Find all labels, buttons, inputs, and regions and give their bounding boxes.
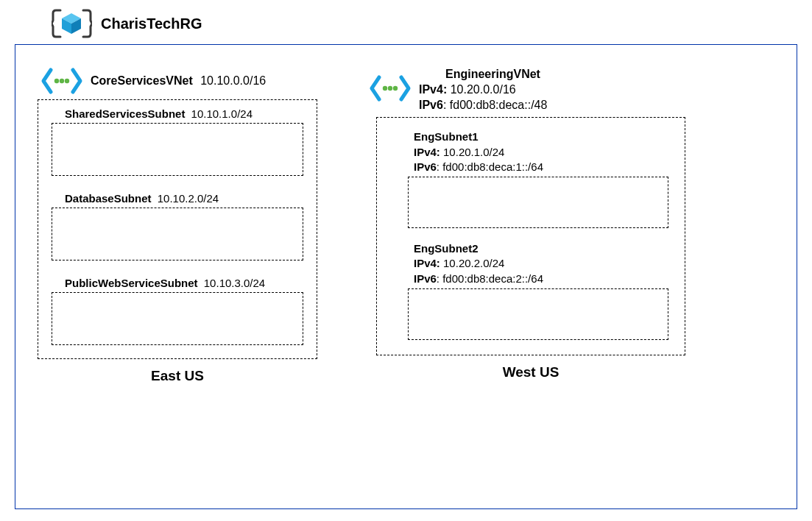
subnet-web-name: PublicWebServiceSubnet [65, 277, 198, 289]
vnet-eng-ipv4-label: IPv4: [419, 83, 447, 96]
vnet-core-name: CoreServicesVNet [91, 74, 193, 87]
subnet-eng2-ipv6: : fd00:db8:deca:2::/64 [437, 272, 543, 285]
resource-group-icon [52, 7, 92, 40]
subnet-eng1-ipv4-label: IPv4: [414, 146, 440, 158]
vnet-core-header: CoreServicesVNet 10.10.0.0/16 [40, 67, 266, 95]
subnet-eng2-ipv4-label: IPv4: [414, 257, 440, 269]
subnet-db-box [52, 208, 303, 260]
subnet-eng1-ipv6: : fd00:db8:deca:1::/64 [437, 160, 543, 173]
vnet-core-box: SharedServicesSubnet 10.10.1.0/24 Databa… [38, 99, 317, 359]
svg-point-8 [393, 86, 398, 91]
subnet-shared: SharedServicesSubnet 10.10.1.0/24 [52, 107, 303, 176]
vnet-eng-name: EngineeringVNet [419, 67, 547, 82]
subnet-eng1-ipv6-label: IPv6 [414, 160, 437, 173]
vnet-eng-ipv6-label: IPv6 [419, 99, 443, 111]
vnet-eng-ipv4: 10.20.0.0/16 [451, 83, 516, 96]
subnet-db-cidr: 10.10.2.0/24 [158, 192, 219, 205]
vnet-core-column: CoreServicesVNet 10.10.0.0/16 SharedServ… [38, 67, 317, 384]
resource-group-box: CoreServicesVNet 10.10.0.0/16 SharedServ… [15, 44, 797, 509]
vnet-icon [369, 74, 412, 102]
vnet-eng-box: EngSubnet1 IPv4: 10.20.1.0/24 IPv6: fd00… [376, 117, 685, 355]
vnet-core-title-line: CoreServicesVNet 10.10.0.0/16 [91, 74, 266, 88]
subnet-eng1-ipv4: 10.20.1.0/24 [443, 146, 504, 158]
subnet-db-name: DatabaseSubnet [65, 192, 152, 205]
svg-point-3 [54, 79, 59, 83]
subnet-web-box [52, 292, 303, 345]
subnet-eng2-box [408, 288, 668, 340]
subnet-eng2-ipv6-label: IPv6 [414, 272, 437, 285]
subnet-eng1-name: EngSubnet1 [414, 130, 668, 144]
subnet-eng2: EngSubnet2 IPv4: 10.20.2.0/24 IPv6: fd00… [393, 241, 668, 340]
subnet-shared-name: SharedServicesSubnet [65, 107, 185, 120]
resource-group-name: CharisTechRG [101, 15, 202, 32]
vnet-eng-column: EngineeringVNet IPv4: 10.20.0.0/16 IPv6:… [376, 67, 685, 380]
vnet-icon [40, 67, 83, 95]
svg-point-4 [60, 79, 64, 83]
subnet-web: PublicWebServiceSubnet 10.10.3.0/24 [52, 277, 303, 345]
subnet-shared-cidr: 10.10.1.0/24 [191, 107, 253, 120]
subnet-shared-label: SharedServicesSubnet 10.10.1.0/24 [52, 107, 303, 123]
subnet-db: DatabaseSubnet 10.10.2.0/24 [52, 192, 303, 260]
subnet-eng2-label: EngSubnet2 IPv4: 10.20.2.0/24 IPv6: fd00… [393, 241, 668, 288]
vnet-core-cidr: 10.10.0.0/16 [200, 74, 266, 87]
subnet-db-label: DatabaseSubnet 10.10.2.0/24 [52, 192, 303, 208]
svg-point-7 [388, 86, 392, 91]
region-core: East US [151, 368, 204, 384]
vnet-eng-ipv6: : fd00:db8:deca::/48 [443, 99, 547, 111]
subnet-eng2-ipv4: 10.20.2.0/24 [443, 257, 504, 269]
subnet-eng1: EngSubnet1 IPv4: 10.20.1.0/24 IPv6: fd00… [393, 130, 668, 228]
resource-group-header: CharisTechRG [15, 7, 797, 40]
subnet-web-cidr: 10.10.3.0/24 [204, 277, 265, 289]
subnet-eng1-label: EngSubnet1 IPv4: 10.20.1.0/24 IPv6: fd00… [393, 130, 668, 177]
subnet-web-label: PublicWebServiceSubnet 10.10.3.0/24 [52, 277, 303, 292]
vnet-eng-info: EngineeringVNet IPv4: 10.20.0.0/16 IPv6:… [419, 67, 547, 113]
svg-point-5 [65, 79, 69, 83]
diagram-canvas: CharisTechRG CoreServicesVNet 10.10.0.0/… [0, 0, 812, 521]
subnet-eng1-box [408, 177, 668, 228]
svg-point-6 [383, 86, 387, 91]
subnet-shared-box [52, 123, 303, 176]
vnet-eng-header: EngineeringVNet IPv4: 10.20.0.0/16 IPv6:… [369, 67, 547, 113]
subnet-eng2-name: EngSubnet2 [414, 241, 668, 256]
region-eng: West US [503, 364, 559, 380]
